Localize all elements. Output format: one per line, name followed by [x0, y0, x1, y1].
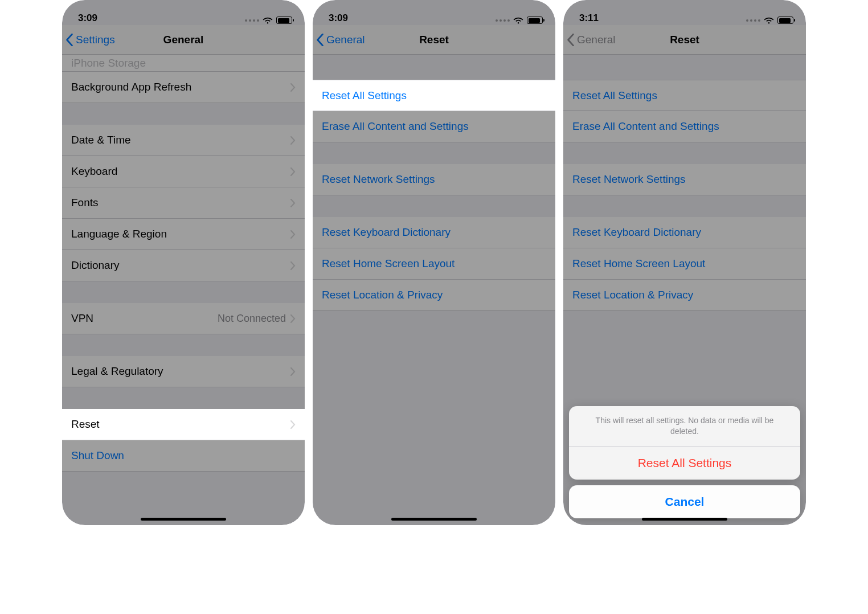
row-label: Shut Down	[71, 449, 124, 462]
row-label: Keyboard	[71, 165, 117, 178]
chevron-right-icon	[290, 314, 296, 323]
action-sheet-message: This will reset all settings. No data or…	[569, 406, 800, 447]
back-label: General	[577, 34, 616, 46]
row-reset[interactable]: Reset	[62, 409, 305, 440]
status-time: 3:11	[579, 13, 599, 24]
row-reset-network[interactable]: Reset Network Settings	[313, 164, 555, 195]
row-label: Legal & Regulatory	[71, 365, 163, 378]
chevron-right-icon	[290, 167, 296, 176]
chevron-right-icon	[290, 136, 296, 145]
wifi-icon	[513, 17, 523, 24]
screenshot-reset: 3:09 General Reset Reset All Settings Er…	[313, 0, 555, 525]
chevron-left-icon	[65, 34, 73, 46]
action-sheet-cancel-button[interactable]: Cancel	[569, 485, 800, 518]
row-shut-down[interactable]: Shut Down	[62, 440, 305, 472]
chevron-right-icon	[290, 199, 296, 207]
screenshot-reset-confirm: 3:11 General Reset Reset All Settings Er…	[563, 0, 806, 525]
home-indicator[interactable]	[391, 518, 477, 521]
nav-title: Reset	[670, 34, 699, 46]
row-label: Erase All Content and Settings	[322, 120, 469, 133]
chevron-right-icon	[290, 367, 296, 376]
row-label: Reset Keyboard Dictionary	[322, 226, 451, 239]
cellular-icon	[746, 19, 760, 22]
nav-title: General	[163, 34, 204, 46]
row-label: VPN	[71, 312, 93, 325]
row-reset-network: Reset Network Settings	[563, 164, 806, 195]
cellular-icon	[496, 19, 510, 22]
row-iphone-storage-partial[interactable]: iPhone Storage	[62, 55, 305, 72]
status-bar: 3:09	[313, 0, 555, 25]
row-label: Reset Network Settings	[572, 173, 686, 186]
battery-icon	[527, 17, 543, 24]
row-erase-all-content: Erase All Content and Settings	[563, 111, 806, 142]
back-button: General	[567, 34, 616, 46]
status-time: 3:09	[329, 13, 348, 24]
battery-icon	[276, 17, 292, 24]
status-time: 3:09	[78, 13, 97, 24]
row-label: Date & Time	[71, 134, 131, 146]
row-label: Reset Home Screen Layout	[572, 257, 705, 270]
row-language-region[interactable]: Language & Region	[62, 219, 305, 250]
row-reset-all-settings[interactable]: Reset All Settings	[313, 80, 555, 111]
home-indicator[interactable]	[141, 518, 226, 521]
row-label: Dictionary	[71, 259, 119, 272]
back-label: General	[326, 34, 365, 46]
chevron-right-icon	[290, 261, 296, 270]
row-label: Erase All Content and Settings	[572, 120, 719, 133]
action-sheet-reset-button[interactable]: Reset All Settings	[569, 447, 800, 480]
chevron-left-icon	[567, 34, 575, 46]
row-reset-all-settings: Reset All Settings	[563, 80, 806, 111]
row-reset-home-layout[interactable]: Reset Home Screen Layout	[313, 248, 555, 280]
status-right	[746, 17, 793, 24]
row-label: Reset Home Screen Layout	[322, 257, 455, 270]
chevron-right-icon	[290, 230, 296, 239]
row-reset-keyboard-dict[interactable]: Reset Keyboard Dictionary	[313, 217, 555, 248]
row-reset-location-privacy: Reset Location & Privacy	[563, 280, 806, 311]
cellular-icon	[245, 19, 259, 22]
row-reset-location-privacy[interactable]: Reset Location & Privacy	[313, 280, 555, 311]
three-screenshots: 3:09 Settings General iPhone Storage Bac…	[0, 0, 868, 614]
row-legal-regulatory[interactable]: Legal & Regulatory	[62, 356, 305, 387]
row-label: Language & Region	[71, 228, 167, 240]
nav-bar: General Reset	[313, 25, 555, 55]
status-right	[496, 17, 543, 24]
chevron-right-icon	[290, 420, 296, 429]
back-button[interactable]: General	[316, 34, 365, 46]
row-label: Reset Location & Privacy	[322, 289, 443, 301]
row-value: Not Connected	[218, 313, 286, 325]
row-label: Reset Location & Privacy	[572, 289, 693, 301]
row-vpn[interactable]: VPN Not Connected	[62, 303, 305, 334]
status-right	[245, 17, 292, 24]
row-background-app-refresh[interactable]: Background App Refresh	[62, 72, 305, 103]
nav-bar: Settings General	[62, 25, 305, 55]
row-keyboard[interactable]: Keyboard	[62, 156, 305, 187]
row-label: Fonts	[71, 197, 99, 209]
status-bar: 3:11	[563, 0, 806, 25]
row-label: Reset All Settings	[572, 89, 657, 102]
row-label: Reset	[71, 418, 100, 431]
row-dictionary[interactable]: Dictionary	[62, 250, 305, 281]
row-label: Reset All Settings	[322, 89, 407, 102]
row-date-time[interactable]: Date & Time	[62, 125, 305, 156]
back-label: Settings	[76, 34, 115, 46]
chevron-right-icon	[290, 83, 296, 92]
nav-title: Reset	[419, 34, 449, 46]
back-button[interactable]: Settings	[65, 34, 115, 46]
status-bar: 3:09	[62, 0, 305, 25]
row-erase-all-content[interactable]: Erase All Content and Settings	[313, 111, 555, 142]
row-fonts[interactable]: Fonts	[62, 187, 305, 219]
chevron-left-icon	[316, 34, 324, 46]
action-sheet: This will reset all settings. No data or…	[569, 406, 800, 518]
general-content: iPhone Storage Background App Refresh Da…	[62, 55, 305, 525]
battery-icon	[777, 17, 793, 24]
wifi-icon	[764, 17, 774, 24]
action-sheet-card: This will reset all settings. No data or…	[569, 406, 800, 480]
wifi-icon	[263, 17, 273, 24]
row-label: Reset Network Settings	[322, 173, 435, 186]
home-indicator[interactable]	[642, 518, 727, 521]
row-reset-home-layout: Reset Home Screen Layout	[563, 248, 806, 280]
screenshot-general: 3:09 Settings General iPhone Storage Bac…	[62, 0, 305, 525]
nav-bar: General Reset	[563, 25, 806, 55]
row-label: Reset Keyboard Dictionary	[572, 226, 701, 239]
row-reset-keyboard-dict: Reset Keyboard Dictionary	[563, 217, 806, 248]
